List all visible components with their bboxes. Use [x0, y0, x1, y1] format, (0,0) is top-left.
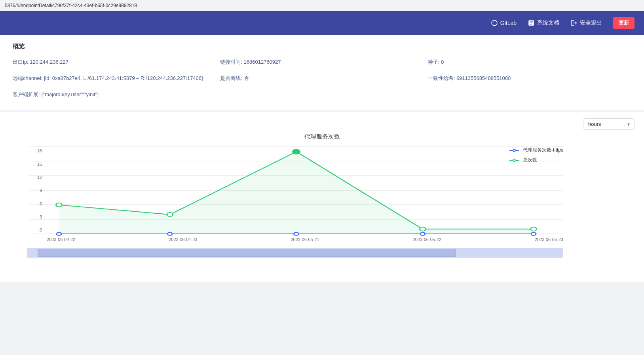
exit-ip: 出口ip: 120.244.236.227	[13, 58, 216, 66]
x-label-2: 2023-06-05-21	[291, 237, 319, 242]
y-label-0: 0	[29, 228, 44, 232]
x-label-0: 2023-06-04-22	[47, 237, 75, 242]
time-select[interactable]: hours days weeks	[583, 118, 635, 130]
chart-legend: 代理服务次数-https 总次数	[509, 147, 563, 163]
logout-link[interactable]: 安全退出	[570, 19, 602, 27]
overview-section: 概览 出口ip: 120.244.236.227 链接时间: 168601276…	[0, 35, 644, 112]
chart-body: 0 3 6 9 12 15 18	[29, 147, 563, 234]
https-dot-4	[531, 232, 536, 235]
y-label-9: 9	[29, 188, 44, 193]
y-label-12: 12	[29, 175, 44, 180]
url-bar: 5876/#/endpointDetail/c790f37f-42c4-43ef…	[5, 3, 137, 8]
chart-section: hours days weeks 代理服务次数 0 3 6 9 12 15 18	[0, 112, 644, 282]
legend-total-label: 总次数	[523, 157, 537, 163]
total-dot-3	[420, 227, 426, 231]
legend-total-line	[509, 160, 519, 161]
scrollbar-thumb[interactable]	[38, 249, 456, 257]
https-dot-0	[57, 232, 61, 235]
gitlab-link[interactable]: GitLab	[491, 19, 517, 27]
top-nav: GitLab 系统文档 安全退出 更新	[0, 11, 644, 35]
legend-https-line	[509, 150, 519, 151]
browser-bar: 5876/#/endpointDetail/c790f37f-42c4-43ef…	[0, 0, 644, 11]
legend-https: 代理服务次数-https	[509, 147, 563, 154]
offline-status: 是否离线: 否	[220, 74, 424, 83]
consistency-hash: 一致性哈希: 6911355685488551000	[428, 74, 631, 83]
total-dot-1	[167, 213, 173, 216]
total-dot-2	[293, 150, 300, 154]
docs-link[interactable]: 系统文档	[528, 19, 559, 27]
chart-svg	[29, 147, 563, 234]
client-ext: 客户端扩展: {"majora.key.user":"yinit"}	[13, 91, 216, 99]
y-label-15: 15	[29, 162, 44, 167]
legend-https-label: 代理服务次数-https	[523, 147, 563, 154]
https-dot-3	[420, 232, 425, 235]
y-label-18: 18	[29, 148, 44, 153]
gitlab-icon	[491, 19, 498, 27]
logout-icon	[570, 19, 578, 27]
update-button[interactable]: 更新	[613, 17, 635, 29]
https-dot-1	[167, 232, 172, 235]
x-label-1: 2023-06-04-23	[169, 237, 197, 242]
x-label-3: 2023-06-05-22	[413, 237, 441, 242]
total-dot-0	[56, 203, 62, 207]
logout-label: 安全退出	[580, 19, 602, 27]
connect-time: 链接时间: 1686012760927	[220, 58, 424, 66]
docs-label: 系统文档	[537, 19, 559, 27]
docs-icon	[528, 19, 535, 27]
gitlab-label: GitLab	[500, 20, 517, 26]
https-dot-2	[294, 232, 299, 235]
remote-channel: 远端channel: [id: 0xa87b27e4, L:/61.174.24…	[13, 74, 216, 83]
overview-title: 概览	[13, 43, 631, 50]
y-label-3: 3	[29, 215, 44, 219]
chart-title: 代理服务次数	[9, 133, 635, 140]
chart-container: 0 3 6 9 12 15 18	[9, 147, 635, 242]
total-dot-4	[531, 227, 537, 231]
x-axis-labels: 2023-06-04-22 2023-06-04-23 2023-06-05-2…	[29, 237, 563, 242]
x-label-4: 2023-06-05-23	[535, 237, 563, 242]
total-area-fill	[59, 152, 534, 234]
legend-total: 总次数	[509, 157, 563, 163]
chart-scrollbar-area[interactable]	[9, 248, 635, 258]
scrollbar-track[interactable]	[27, 248, 563, 258]
y-label-6: 6	[29, 201, 44, 206]
seed: 种子: 0	[428, 58, 631, 66]
overview-grid: 出口ip: 120.244.236.227 链接时间: 168601276092…	[13, 58, 631, 99]
y-axis: 0 3 6 9 12 15 18	[29, 147, 44, 234]
time-select-wrapper[interactable]: hours days weeks	[583, 118, 635, 130]
chart-controls: hours days weeks	[9, 118, 635, 130]
